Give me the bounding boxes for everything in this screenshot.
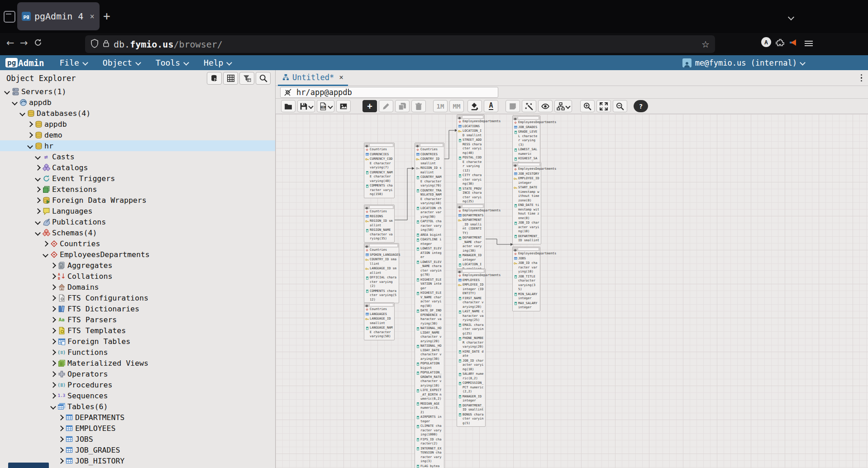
- erd-node-spoken_languages[interactable]: CountriesSPOKEN_LANGUAGESCOUNTRY_ID smal…: [364, 243, 399, 303]
- expand-chevron-icon[interactable]: [27, 121, 33, 127]
- expand-chevron-icon[interactable]: [50, 263, 56, 268]
- dropdown-chevron-icon[interactable]: [328, 104, 333, 109]
- expand-chevron-icon[interactable]: [35, 186, 41, 192]
- erd-node-header[interactable]: [364, 205, 394, 209]
- expand-chevron-icon[interactable]: [50, 404, 56, 410]
- erd-node-header[interactable]: [513, 162, 541, 167]
- expand-chevron-icon[interactable]: [58, 458, 64, 464]
- erd-node-departments[interactable]: EmployeesDepartmentsDEPARTMENTSDEPARTMEN…: [457, 204, 485, 272]
- tree-item-hr[interactable]: hr: [0, 140, 275, 151]
- menu-object[interactable]: Object: [103, 58, 140, 67]
- save-button[interactable]: [297, 100, 315, 112]
- erd-node-countries[interactable]: CountriesCOUNTRIESCOUNTRY_ID smallintREG…: [415, 143, 444, 468]
- edit-table-button[interactable]: [379, 100, 393, 112]
- menu-help[interactable]: Help: [204, 58, 231, 67]
- tree-item-servers-1-[interactable]: Servers(1): [0, 86, 275, 97]
- expand-chevron-icon[interactable]: [35, 176, 41, 181]
- hamburger-menu-icon[interactable]: [805, 39, 813, 48]
- forward-button[interactable]: →: [20, 38, 28, 48]
- new-tab-button[interactable]: +: [103, 10, 110, 22]
- generate-sql-button[interactable]: SQL: [317, 100, 334, 112]
- expand-chevron-icon[interactable]: [35, 154, 41, 160]
- expand-chevron-icon[interactable]: [50, 306, 56, 312]
- tree-item-employeesdepartments[interactable]: EmployeesDepartments: [0, 249, 275, 260]
- expand-chevron-icon[interactable]: [50, 339, 56, 344]
- expand-chevron-icon[interactable]: [58, 415, 64, 420]
- expand-chevron-icon[interactable]: [35, 219, 41, 225]
- erd-node-header[interactable]: [457, 269, 485, 273]
- tree-item-foreign-data-wrappers[interactable]: Foreign Data Wrappers: [0, 195, 275, 205]
- expand-chevron-icon[interactable]: [43, 252, 48, 258]
- expand-chevron-icon[interactable]: [50, 360, 56, 366]
- menu-tools[interactable]: Tools: [156, 58, 188, 67]
- expand-chevron-icon[interactable]: [50, 349, 56, 355]
- dropdown-chevron-icon[interactable]: [308, 104, 313, 109]
- expand-chevron-icon[interactable]: [35, 197, 41, 203]
- tree-item-employees[interactable]: EMPLOYEES: [0, 423, 275, 434]
- expand-chevron-icon[interactable]: [58, 447, 64, 453]
- tree-item-materialized-views[interactable]: Materialized Views: [0, 358, 275, 368]
- erd-node-header[interactable]: [457, 204, 484, 208]
- tree-item-event-triggers[interactable]: Event Triggers: [0, 173, 275, 184]
- tree-item-sequences[interactable]: 1.3Sequences: [0, 390, 275, 401]
- many-to-many-button[interactable]: MM: [449, 100, 464, 112]
- connection-status-box[interactable]: hr/app@appdb: [280, 87, 498, 98]
- text-color-button[interactable]: A: [484, 100, 498, 112]
- tree-item-procedures[interactable]: (≣)Procedures: [0, 379, 275, 390]
- add-table-button[interactable]: +: [362, 100, 377, 112]
- erd-node-regions[interactable]: CountriesREGIONSREGION_ID smallintREGION…: [364, 205, 395, 243]
- tree-item-foreign-tables[interactable]: Foreign Tables: [0, 336, 275, 347]
- expand-chevron-icon[interactable]: [50, 328, 56, 334]
- expand-chevron-icon[interactable]: [12, 100, 18, 105]
- dropdown-chevron-icon[interactable]: [565, 104, 570, 109]
- cardinality-notation-button[interactable]: [554, 100, 572, 112]
- tree-item-functions[interactable]: (≡)Functions: [0, 347, 275, 358]
- tree-item-job-grades[interactable]: JOB_GRADES: [0, 444, 275, 455]
- expand-chevron-icon[interactable]: [50, 317, 56, 323]
- tree-item-aggregates[interactable]: Aggregates: [0, 260, 275, 271]
- erd-node-locations[interactable]: EmployeesDepartmentsLOCATIONSLOCATION_ID…: [457, 115, 485, 215]
- tree-item-collations[interactable]: ABCollations: [0, 271, 275, 282]
- erd-node-languages[interactable]: CountriesLANGUAGESLANGUAGE_ID smallintLA…: [364, 302, 395, 340]
- expand-chevron-icon[interactable]: [43, 241, 48, 247]
- auto-align-button[interactable]: [522, 100, 536, 112]
- search-button[interactable]: [256, 72, 271, 85]
- tree-item-casts[interactable]: ⇄Casts: [0, 151, 275, 162]
- erd-node-job_grades[interactable]: EmployeesDepartmentsJOB_GRADESGRADE_LEVE…: [512, 115, 540, 167]
- tree-item-operators[interactable]: Operators: [0, 368, 275, 379]
- extensions-puzzle-icon[interactable]: [776, 38, 785, 49]
- help-button[interactable]: ?: [634, 100, 648, 112]
- expand-chevron-icon[interactable]: [58, 425, 64, 431]
- kebab-menu-icon[interactable]: [861, 74, 863, 82]
- menu-file[interactable]: File: [59, 58, 87, 67]
- erd-node-header[interactable]: [364, 244, 399, 248]
- filter-button[interactable]: [239, 72, 254, 85]
- expand-chevron-icon[interactable]: [50, 284, 56, 290]
- erd-node-header[interactable]: [513, 116, 540, 120]
- open-file-button[interactable]: [281, 100, 296, 112]
- tab-close-icon[interactable]: ×: [90, 12, 94, 21]
- expand-chevron-icon[interactable]: [35, 230, 41, 236]
- zoom-in-button[interactable]: [580, 100, 595, 112]
- bookmark-star-icon[interactable]: ☆: [701, 39, 710, 50]
- erd-tab[interactable]: Untitled* ×: [278, 70, 348, 86]
- expand-chevron-icon[interactable]: [50, 393, 56, 399]
- tree-item-appdb[interactable]: appdb: [0, 119, 275, 129]
- expand-chevron-icon[interactable]: [27, 132, 33, 138]
- tree-item-fts-dictionaries[interactable]: FTS Dictionaries: [0, 303, 275, 314]
- erd-node-header[interactable]: [457, 115, 484, 119]
- expand-chevron-icon[interactable]: [35, 165, 41, 171]
- shield-icon[interactable]: [91, 39, 99, 50]
- tree-item-extensions[interactable]: Extensions: [0, 184, 275, 195]
- erd-canvas[interactable]: CountriesCURRENCIESCURRENCY_CODE charact…: [276, 114, 868, 468]
- tree-item-publications[interactable]: Publications: [0, 216, 275, 227]
- grid-button[interactable]: [223, 72, 238, 85]
- tree-item-appdb[interactable]: appdb: [0, 97, 275, 108]
- one-to-many-button[interactable]: 1M: [433, 100, 448, 112]
- erd-node-header[interactable]: [364, 303, 394, 307]
- download-image-button[interactable]: [336, 100, 351, 112]
- tree-item-tables-6-[interactable]: Tables(6): [0, 401, 275, 412]
- tree-item-fts-configurations[interactable]: FTS Configurations: [0, 292, 275, 303]
- lock-icon[interactable]: [103, 39, 110, 49]
- tree-item-fts-parsers[interactable]: AaFTS Parsers: [0, 314, 275, 325]
